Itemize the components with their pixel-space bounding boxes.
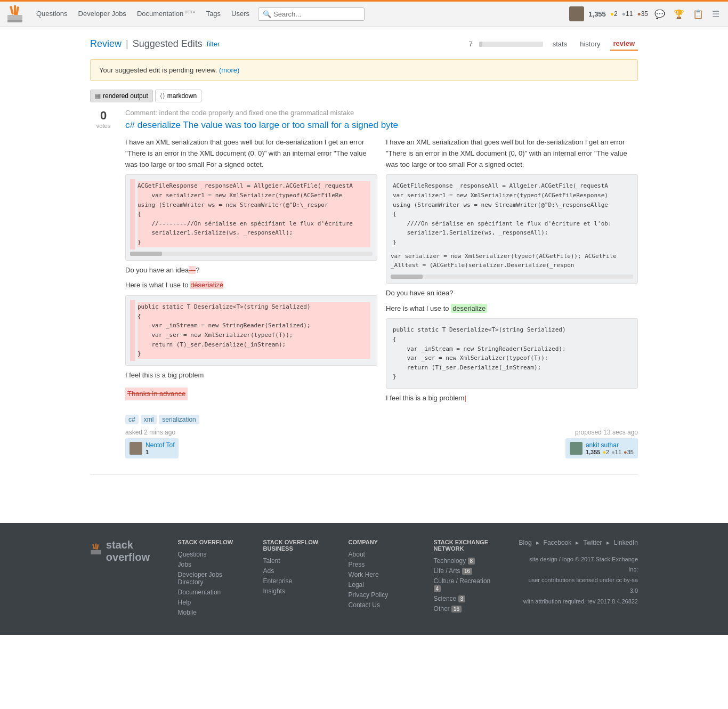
toggle-bar: ▦ rendered output ⟨⟩ markdown xyxy=(90,90,638,102)
footer-col2-title: STACK OVERFLOW BUSINESS xyxy=(263,539,327,552)
tab-stats[interactable]: stats xyxy=(549,38,570,50)
footer-twitter-link[interactable]: Twitter xyxy=(583,539,602,546)
markdown-label: markdown xyxy=(167,92,197,100)
main-nav: Questions Developer Jobs DocumentationBE… xyxy=(32,6,254,21)
tag-xml[interactable]: xml xyxy=(141,415,157,424)
bronze-badge: ●35 xyxy=(637,10,648,18)
nav-developer-jobs[interactable]: Developer Jobs xyxy=(74,6,131,21)
achievement-icon[interactable]: 🏆 xyxy=(672,7,686,21)
inbox-icon[interactable]: 💬 xyxy=(652,7,667,21)
tab-history[interactable]: history xyxy=(577,38,603,50)
proposer-gold-badge: ●2 xyxy=(602,449,609,455)
footer-link-insights[interactable]: Insights xyxy=(263,587,327,595)
footer-social-sep2: ▸ xyxy=(576,539,579,549)
footer-link-work-here[interactable]: Work Here xyxy=(349,571,412,578)
breadcrumb-filter-link[interactable]: filter xyxy=(207,40,220,48)
main-content: Review | Suggested Edits filter 7 stats … xyxy=(82,27,646,502)
breadcrumb-review-link[interactable]: Review xyxy=(90,38,122,50)
alert-more-link[interactable]: (more) xyxy=(219,66,239,74)
progress-bar-fill xyxy=(479,42,482,47)
footer-link-legal[interactable]: Legal xyxy=(349,581,412,589)
hamburger-icon[interactable]: ☰ xyxy=(710,7,722,21)
footer-col1-title: STACK OVERFLOW xyxy=(178,539,242,545)
search-bar[interactable]: 🔍 xyxy=(258,7,365,21)
asker-info: Neotof Tof 1 xyxy=(145,441,174,455)
proposer-card: ankit suthar 1,355 ●2 ●11 ●35 xyxy=(565,438,638,458)
header: Questions Developer Jobs DocumentationBE… xyxy=(0,0,728,27)
svg-rect-3 xyxy=(14,5,16,15)
footer-link-jobs[interactable]: Jobs xyxy=(178,561,242,568)
svg-rect-5 xyxy=(91,550,101,554)
post-footer: asked 2 mins ago Neotof Tof 1 proposed 1… xyxy=(125,429,638,458)
footer-link-ads[interactable]: Ads xyxy=(263,567,327,575)
footer-inner: stack overflow STACK OVERFLOW Questions … xyxy=(82,539,646,619)
proposed-time: proposed 13 secs ago xyxy=(565,429,638,436)
footer-link-press[interactable]: Press xyxy=(349,561,412,568)
footer-link-privacy[interactable]: Privacy Policy xyxy=(349,591,412,599)
proposer-rep: 1,355 xyxy=(586,449,601,455)
code-block-right-2: public static T Deserialize<T>(string Se… xyxy=(386,318,638,389)
alert-message: Your suggested edit is pending review. xyxy=(99,66,217,74)
asked-time: asked 2 mins ago xyxy=(125,429,179,436)
footer-blog-link[interactable]: Blog xyxy=(519,539,532,546)
nav-tags[interactable]: Tags xyxy=(202,6,225,21)
footer-social: Blog ▸ Facebook ▸ Twitter ▸ LinkedIn xyxy=(519,539,638,549)
svg-rect-7 xyxy=(95,543,97,549)
nav-questions[interactable]: Questions xyxy=(32,6,72,21)
footer-link-help[interactable]: Help xyxy=(178,599,242,606)
vote-label: votes xyxy=(90,123,117,129)
breadcrumb: Review | Suggested Edits filter 7 stats … xyxy=(90,37,638,51)
tag-serialization[interactable]: serialization xyxy=(159,415,199,424)
footer-facebook-link[interactable]: Facebook xyxy=(544,539,572,546)
svg-rect-1 xyxy=(7,20,22,22)
proposer-name[interactable]: ankit suthar xyxy=(586,441,634,449)
footer-link-life-arts[interactable]: Life / Arts 16 xyxy=(434,567,498,575)
nav-users[interactable]: Users xyxy=(227,6,254,21)
footer-logo: stack overflow xyxy=(90,539,157,619)
footer-col-stackoverflow: STACK OVERFLOW Questions Jobs Developer … xyxy=(178,539,242,619)
footer-link-documentation[interactable]: Documentation xyxy=(178,589,242,596)
proposed-info: proposed 13 secs ago ankit suthar 1,355 … xyxy=(565,429,638,458)
footer-col-business: STACK OVERFLOW BUSINESS Talent Ads Enter… xyxy=(263,539,327,619)
question-title[interactable]: c# deserialize The value was too large o… xyxy=(125,120,638,131)
thanks-left: Thanks in advance xyxy=(125,388,188,401)
footer-link-culture[interactable]: Culture / Recreation 4 xyxy=(434,577,498,592)
separator xyxy=(90,474,638,475)
avatar[interactable] xyxy=(569,6,584,21)
body-idea-right: Do you have an idea? xyxy=(386,288,638,299)
rendered-output-toggle[interactable]: ▦ rendered output xyxy=(90,90,153,102)
nav-documentation[interactable]: DocumentationBETA xyxy=(133,6,200,21)
markdown-icon: ⟨⟩ xyxy=(160,92,165,100)
footer-link-questions[interactable]: Questions xyxy=(178,551,242,558)
footer-link-talent[interactable]: Talent xyxy=(263,557,327,565)
footer-link-technology[interactable]: Technology 8 xyxy=(434,557,498,565)
tab-review[interactable]: review xyxy=(610,37,638,51)
tag-csharp[interactable]: c# xyxy=(125,415,139,424)
body-feel-left: I feel this is a big problem xyxy=(125,370,377,381)
proposer-info: ankit suthar 1,355 ●2 ●11 ●35 xyxy=(586,441,634,455)
progress-bar xyxy=(479,42,543,47)
svg-rect-4 xyxy=(15,6,19,15)
markdown-toggle[interactable]: ⟨⟩ markdown xyxy=(155,90,201,102)
footer-linkedin-link[interactable]: LinkedIn xyxy=(614,539,638,546)
proposer-bronze-badge: ●35 xyxy=(624,449,634,455)
footer-link-enterprise[interactable]: Enterprise xyxy=(263,577,327,585)
site-logo[interactable] xyxy=(6,4,23,24)
body-para1-left: I have an XML serialization that goes we… xyxy=(125,137,377,170)
footer-link-contact[interactable]: Contact Us xyxy=(349,601,412,609)
diff-col-right: I have an XML serialization that goes we… xyxy=(386,137,638,408)
proposer-avatar xyxy=(570,442,583,455)
review-icon[interactable]: 📋 xyxy=(691,7,706,21)
footer-col-network: STACK EXCHANGE NETWORK Technology 8 Life… xyxy=(434,539,498,619)
diff-col-left: I have an XML serialization that goes we… xyxy=(125,137,377,408)
body-feel-right: I feel this is a big problem| xyxy=(386,393,638,404)
footer-link-science[interactable]: Science 3 xyxy=(434,595,498,602)
footer-link-mobile[interactable]: Mobile xyxy=(178,609,242,616)
asker-name[interactable]: Neotof Tof xyxy=(145,441,174,449)
footer-copyright: site design / logo © 2017 Stack Exchange… xyxy=(519,554,638,607)
footer-link-about[interactable]: About xyxy=(349,551,412,558)
breadcrumb-current: Suggested Edits xyxy=(133,38,203,50)
footer-link-dev-jobs-dir[interactable]: Developer Jobs Directory xyxy=(178,571,242,586)
search-input[interactable] xyxy=(273,10,360,18)
footer-link-other[interactable]: Other 16 xyxy=(434,605,498,613)
